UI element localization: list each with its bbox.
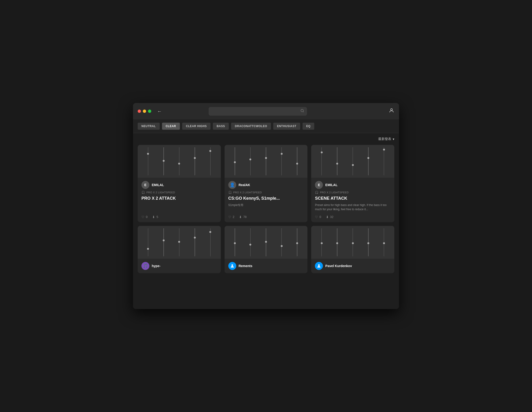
card-6-visual (311, 226, 394, 259)
svg-point-3 (231, 264, 233, 266)
card-2-stats: ♡ 2 ⬇ 78 (228, 213, 304, 219)
card-1-author: E EMILAL (142, 181, 217, 189)
card-6-avatar (315, 262, 323, 270)
card-4-avatar: 🎵 (142, 262, 149, 270)
card-3-downloads: ⬇ 32 (326, 215, 333, 219)
card-3-author: E EMILAL (315, 181, 390, 189)
card-1-stats: ♡ 0 ⬇ 5 (142, 213, 217, 219)
card-3-avatar: E (315, 181, 323, 189)
svg-point-4 (318, 264, 320, 266)
card-4-author-name: hype- (152, 264, 160, 268)
filter-neutral[interactable]: NEUTRAL (138, 123, 160, 130)
slider-3 (173, 147, 185, 175)
filter-bass[interactable]: BASS (213, 123, 229, 130)
card-2[interactable]: 👤 RealAK 🎧 PRO X 2 LIGHTSPEED CS:GO Kenn… (225, 145, 308, 222)
slider-knob (178, 163, 180, 165)
slider-knob (265, 157, 267, 159)
card-1-downloads: ⬇ 5 (152, 215, 158, 219)
slider-knob (281, 153, 283, 155)
sort-button[interactable]: 最新發表 ▾ (378, 137, 394, 141)
slider-knob (178, 241, 180, 243)
card-1-likes: ♡ 0 (142, 215, 148, 219)
heart-icon: ♡ (142, 215, 144, 219)
card-6[interactable]: Pavel Kurdenkov (311, 226, 394, 273)
slider-5 (205, 147, 216, 175)
card-1-author-name: EMILAL (152, 183, 164, 187)
slider-knob (249, 159, 251, 160)
card-5[interactable]: Rements (225, 226, 308, 273)
headphone-icon: 🎧 (228, 191, 232, 194)
card-2-downloads: ⬇ 78 (239, 215, 247, 219)
card-5-author: Rements (228, 262, 304, 270)
search-bar (209, 107, 307, 116)
heart-icon: ♡ (315, 215, 318, 219)
filter-draconattcwoleo[interactable]: DRACONATTCWOLEO (231, 123, 271, 130)
card-3-likes: ♡ 0 (315, 215, 321, 219)
slider-knob (383, 149, 385, 150)
content-area: 最新發表 ▾ (133, 133, 399, 309)
slider-knob (209, 150, 211, 152)
card-4-visual (138, 226, 221, 259)
card-6-author-name: Pavel Kurdenkov (325, 264, 352, 268)
card-2-author: 👤 RealAK (228, 181, 304, 189)
slider-knob (383, 242, 385, 244)
close-button[interactable] (138, 110, 141, 113)
card-2-title: CS:GO KennyS, S1mple... (228, 196, 304, 201)
search-input[interactable] (209, 107, 307, 116)
filter-enthusiast[interactable]: ENTHUSIAST (273, 123, 300, 130)
headphone-icon: 🎧 (142, 191, 145, 194)
back-button[interactable]: ← (156, 107, 163, 115)
card-3-body: E EMILAL 🎧 PRO X 2 LIGHTSPEED SCENE ATTA… (311, 178, 394, 222)
slider-knob (321, 151, 323, 153)
card-4[interactable]: 🎵 hype- (138, 226, 221, 273)
eq-sliders-4 (138, 226, 221, 259)
slider-knob (321, 242, 323, 244)
search-icon (300, 109, 304, 113)
slider-knob (194, 157, 196, 159)
card-1-body: E EMILAL 🎧 PRO X 2 LIGHTSPEED PRO X 2 AT… (138, 178, 221, 222)
card-3-author-name: EMILAL (325, 183, 337, 187)
card-3-visual (311, 145, 394, 178)
slider-knob (367, 242, 369, 244)
card-1[interactable]: E EMILAL 🎧 PRO X 2 LIGHTSPEED PRO X 2 AT… (138, 145, 221, 222)
card-1-visual (138, 145, 221, 178)
card-5-avatar (228, 262, 236, 270)
minimize-button[interactable] (143, 110, 146, 113)
slider-2 (158, 147, 170, 175)
slider-knob (336, 242, 338, 244)
filter-eq[interactable]: EQ (303, 123, 314, 130)
filter-clear-highs[interactable]: CLEAR HIGHS (182, 123, 210, 130)
card-3-stats: ♡ 0 ⬇ 32 (315, 213, 390, 219)
eq-sliders-6 (311, 226, 394, 259)
slider-knob (367, 157, 369, 159)
headphone-icon: 🎧 (315, 191, 318, 194)
card-6-body: Pavel Kurdenkov (311, 259, 394, 273)
card-4-author: 🎵 hype- (142, 262, 217, 270)
card-3[interactable]: E EMILAL 🎧 PRO X 2 LIGHTSPEED SCENE ATTA… (311, 145, 394, 222)
heart-icon: ♡ (228, 215, 231, 219)
slider-knob (234, 161, 236, 163)
user-icon[interactable] (389, 108, 394, 115)
slider-knob (147, 248, 149, 250)
slider-knob (265, 241, 267, 243)
eq-sliders-5 (225, 226, 308, 259)
filter-clear[interactable]: CLEAR (162, 123, 180, 130)
maximize-button[interactable] (148, 110, 151, 113)
card-2-desc: S1mple专用 (228, 203, 304, 207)
titlebar: ← (133, 103, 399, 119)
slider-knob (352, 242, 354, 244)
svg-point-0 (301, 109, 304, 112)
slider-knob (296, 163, 298, 165)
slider-knob (163, 239, 165, 241)
filter-bar: NEUTRAL CLEAR CLEAR HIGHS BASS DRACONATT… (133, 119, 399, 133)
card-4-body: 🎵 hype- (138, 259, 221, 273)
download-icon: ⬇ (239, 215, 242, 219)
card-2-avatar: 👤 (228, 181, 236, 189)
slider-knob (163, 160, 165, 162)
svg-line-1 (303, 112, 304, 112)
card-5-author-name: Rements (239, 264, 252, 268)
card-3-device: 🎧 PRO X 2 LIGHTSPEED (315, 191, 390, 194)
card-1-avatar: E (142, 181, 149, 189)
card-5-body: Rements (225, 259, 308, 273)
slider-knob (336, 163, 338, 165)
